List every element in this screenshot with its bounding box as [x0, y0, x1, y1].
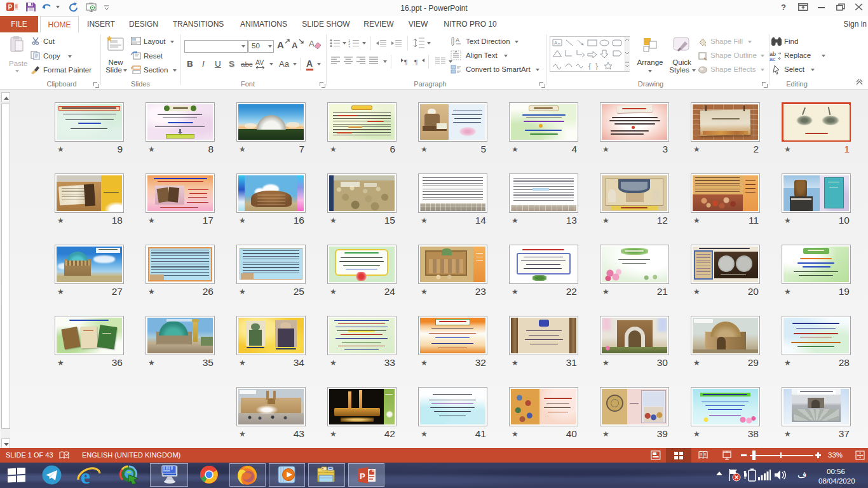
svg-text:}: } [595, 62, 598, 70]
svg-text:¶: ¶ [404, 58, 407, 65]
svg-text:A: A [554, 40, 558, 46]
svg-text:A: A [309, 39, 315, 48]
svg-text:P: P [360, 471, 365, 481]
svg-text:¶: ¶ [414, 58, 417, 65]
svg-text:{: { [588, 62, 591, 70]
svg-text:3: 3 [348, 45, 350, 48]
svg-text:ac: ac [770, 56, 776, 61]
svg-text:P: P [8, 4, 13, 11]
svg-text:A: A [456, 37, 459, 43]
